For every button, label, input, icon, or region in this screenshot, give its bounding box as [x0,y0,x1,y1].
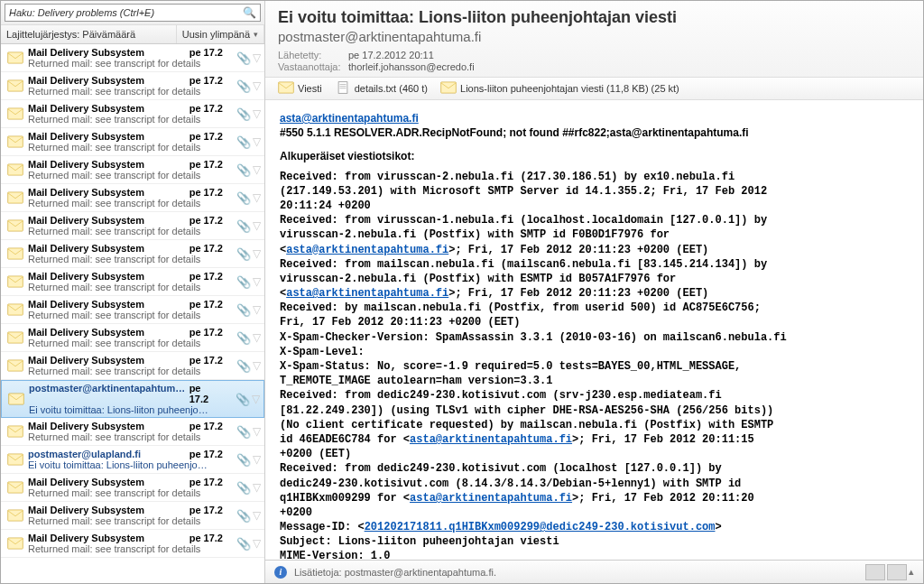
message-item[interactable]: Mail Delivery Subsystempe 17.2Returned m… [1,128,264,156]
flag-icon[interactable]: ▽ [253,79,261,92]
sender: Mail Delivery Subsystem [28,187,144,198]
message-item[interactable]: Mail Delivery Subsystempe 17.2Returned m… [1,296,264,324]
flag-icon[interactable]: ▽ [253,359,261,372]
message-item[interactable]: Mail Delivery Subsystempe 17.2Returned m… [1,72,264,100]
envelope-icon [6,536,24,551]
sender: Mail Delivery Subsystem [28,533,144,543]
message-item[interactable]: Mail Delivery Subsystempe 17.2Returned m… [1,240,264,268]
attachment-icon: 📎 [236,393,250,406]
message-item[interactable]: Mail Delivery Subsystempe 17.2Returned m… [1,184,264,212]
attachment-icon: 📎 [236,481,251,495]
flag-icon[interactable]: ▽ [253,425,261,438]
flag-icon[interactable]: ▽ [253,135,261,148]
flag-icon[interactable]: ▽ [253,163,261,176]
flag-icon[interactable]: ▽ [253,219,261,232]
message-item[interactable]: Mail Delivery Subsystempe 17.2Returned m… [1,502,264,530]
status-text: Lisätietoja: postmaster@arktinentapahtum… [294,567,496,578]
chevron-up-icon[interactable]: ▴ [909,566,914,578]
sort-by[interactable]: Lajittelujärjestys: Päivämäärä [1,25,177,43]
message-item[interactable]: Mail Delivery Subsystempe 17.2Returned m… [1,268,264,296]
recipient-link[interactable]: asta@arktinentapahtuma.fi [280,112,419,125]
flag-icon[interactable]: ▽ [253,453,261,466]
sender: postmaster@ulapland.fi [28,449,141,459]
date: pe 17.2 [186,383,222,404]
chevron-down-icon: ▾ [254,30,258,39]
search-input[interactable] [9,7,243,18]
date: pe 17.2 [186,47,223,58]
message-body[interactable]: asta@arktinentapahtuma.fi #550 5.1.1 RES… [265,100,923,560]
flag-icon[interactable]: ▽ [253,275,261,288]
subject: Returned mail: see transcript for detail… [28,226,223,236]
search-box[interactable]: 🔍 [5,4,261,22]
sender: postmaster@arktinentapahtuma.fi [29,383,186,404]
message-list[interactable]: Mail Delivery Subsystempe 17.2Returned m… [1,44,264,583]
subject: Ei voitu toimittaa: Lions-liiton puheenj… [28,459,223,470]
people-icon[interactable] [887,564,907,580]
envelope-icon [6,274,24,289]
subject: Returned mail: see transcript for detail… [28,142,223,153]
flag-icon[interactable]: ▽ [253,331,261,344]
subject: Returned mail: see transcript for detail… [28,431,223,442]
date: pe 17.2 [186,271,223,282]
attachment-item[interactable]: Lions-liiton puheenjohtajan viesti (11,8… [440,81,679,96]
flag-icon[interactable]: ▽ [253,303,261,316]
to-value: thorleif.johansson@ecredo.fi [348,61,475,72]
search-row: 🔍 [1,1,264,25]
message-from: postmaster@arktinentapahtuma.fi [278,29,910,44]
svg-rect-31 [8,482,23,493]
svg-rect-15 [8,248,23,259]
flag-icon[interactable]: ▽ [253,509,261,522]
sender: Mail Delivery Subsystem [28,215,144,226]
attachment-item[interactable]: details.txt (460 t) [335,81,428,96]
message-item[interactable]: Mail Delivery Subsystempe 17.2Returned m… [1,44,264,72]
attachment-item[interactable]: Viesti [278,81,322,96]
subject: Returned mail: see transcript for detail… [28,282,223,292]
svg-rect-13 [8,220,23,231]
message-item[interactable]: Mail Delivery Subsystempe 17.2Returned m… [1,156,264,184]
flag-icon[interactable]: ▽ [252,393,260,405]
message-item[interactable]: Mail Delivery Subsystempe 17.2Returned m… [1,100,264,128]
attachment-icon: 📎 [236,191,251,205]
date: pe 17.2 [186,533,223,543]
flag-icon[interactable]: ▽ [253,247,261,260]
envelope-icon [6,424,24,439]
search-icon[interactable]: 🔍 [243,6,256,19]
message-item[interactable]: Mail Delivery Subsystempe 17.2Returned m… [1,212,264,240]
flag-icon[interactable]: ▽ [253,107,261,120]
attachment-icon: 📎 [236,51,251,65]
message-item[interactable]: postmaster@ulapland.fipe 17.2Ei voitu to… [1,446,264,474]
svg-rect-21 [8,332,23,343]
message-item[interactable]: Mail Delivery Subsystempe 17.2Returned m… [1,530,264,558]
flag-icon[interactable]: ▽ [253,537,261,550]
message-item[interactable]: postmaster@arktinentapahtuma.fipe 17.2Ei… [1,380,264,418]
message-header: Ei voitu toimittaa: Lions-liiton puheenj… [265,1,923,78]
flag-icon[interactable]: ▽ [253,481,261,494]
sender: Mail Delivery Subsystem [28,355,144,366]
date: pe 17.2 [186,243,223,254]
message-item[interactable]: Mail Delivery Subsystempe 17.2Returned m… [1,418,264,446]
subject: Returned mail: see transcript for detail… [28,310,223,320]
message-item[interactable]: Mail Delivery Subsystempe 17.2Returned m… [1,324,264,352]
envelope-icon [278,81,294,96]
sender: Mail Delivery Subsystem [28,327,144,338]
envelope-icon [6,480,24,495]
flag-icon[interactable]: ▽ [253,51,261,64]
envelope-icon [6,508,24,523]
attachment-icon: 📎 [236,359,251,373]
to-label: Vastaanottaja: [278,61,343,72]
svg-rect-38 [338,82,347,94]
attachment-icon: 📎 [236,247,251,261]
flag-icon[interactable]: ▽ [253,191,261,204]
attachment-icon: 📎 [236,163,251,177]
attachment-icon: 📎 [236,509,251,523]
envelope-icon [6,51,24,65]
subject: Returned mail: see transcript for detail… [28,515,223,526]
sender: Mail Delivery Subsystem [28,271,144,282]
sender: Mail Delivery Subsystem [28,477,144,487]
attachment-icon: 📎 [236,79,251,93]
people-icon[interactable] [865,564,885,580]
message-item[interactable]: Mail Delivery Subsystempe 17.2Returned m… [1,352,264,380]
message-item[interactable]: Mail Delivery Subsystempe 17.2Returned m… [1,474,264,502]
subject: Returned mail: see transcript for detail… [28,58,223,69]
sort-order[interactable]: Uusin ylimpänä▾ [177,25,264,43]
